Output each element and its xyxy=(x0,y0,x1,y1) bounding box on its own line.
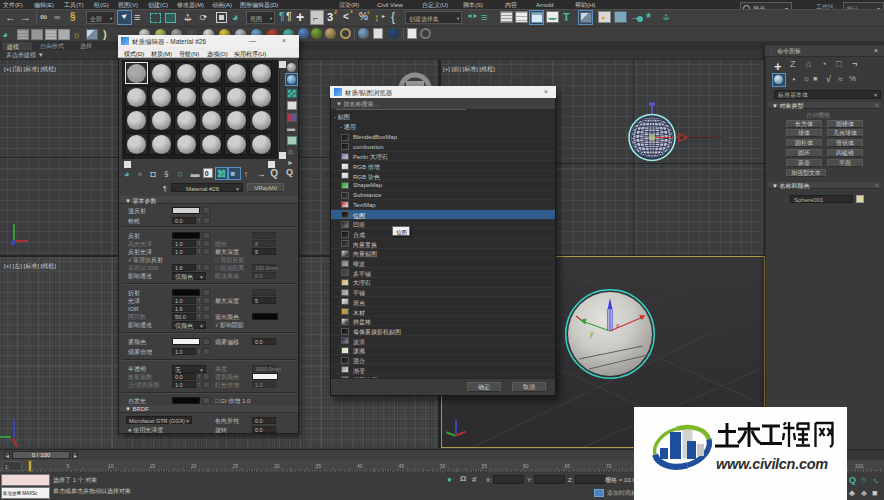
svg-text:www.civilcn.com: www.civilcn.com xyxy=(716,456,828,472)
